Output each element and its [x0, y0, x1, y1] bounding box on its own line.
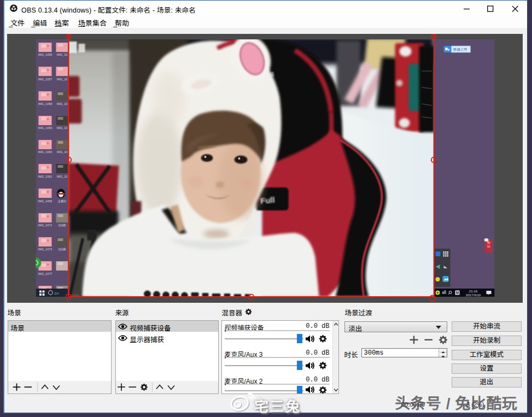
svg-text:2017/9/10: 2017/9/10 [466, 293, 481, 297]
svg-text:IMG_10: IMG_10 [57, 126, 68, 130]
svg-text:QQ图: QQ图 [58, 224, 66, 227]
svg-text:Full: Full [260, 195, 275, 205]
svg-text:IMG_1065: IMG_1065 [38, 199, 52, 203]
svg-text:IMG_1056: IMG_1056 [38, 53, 52, 56]
svg-text:IMG_10: IMG_10 [57, 150, 68, 154]
svg-text:玩: 玩 [487, 244, 490, 249]
svg-text:IMG_1077: IMG_1077 [38, 272, 52, 275]
svg-text:QQ截: QQ截 [58, 248, 66, 251]
svg-text:IMG_1058: IMG_1058 [38, 102, 52, 105]
svg-text:ZH: ZH [55, 291, 59, 295]
svg-text:IMG_1073: IMG_1073 [38, 248, 52, 251]
svg-text:IMG_10: IMG_10 [57, 78, 68, 81]
svg-text:极速上传: 极速上传 [453, 46, 468, 51]
svg-text:IMG_1071: IMG_1071 [38, 224, 52, 227]
svg-text:IMG_1061: IMG_1061 [38, 175, 52, 178]
svg-text:IMG_10: IMG_10 [57, 102, 68, 105]
svg-text:IMG_10: IMG_10 [57, 53, 68, 56]
svg-text:IMG_1059: IMG_1059 [38, 126, 52, 130]
svg-text:IMG_1057: IMG_1057 [38, 78, 52, 81]
svg-text:IMG_10: IMG_10 [57, 175, 68, 178]
svg-text:21:16: 21:16 [469, 289, 478, 293]
svg-text:企鹅Q: 企鹅Q [58, 199, 67, 203]
svg-text:IMG_1060: IMG_1060 [38, 150, 52, 154]
svg-text:M: M [456, 291, 459, 295]
